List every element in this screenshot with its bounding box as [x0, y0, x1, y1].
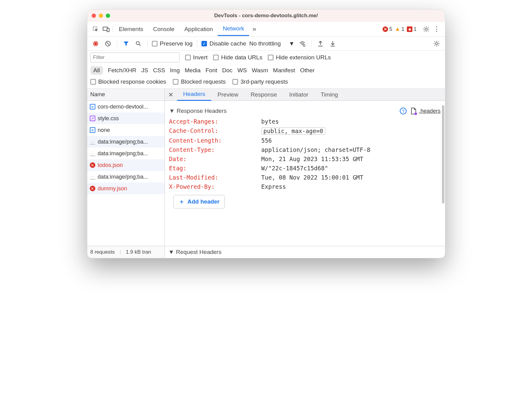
- request-row[interactable]: —data:image/png;ba...: [87, 136, 165, 148]
- invert-checkbox[interactable]: Invert: [185, 54, 208, 61]
- type-doc[interactable]: Doc: [222, 67, 232, 74]
- help-icon[interactable]: ?: [400, 108, 407, 114]
- divider: [197, 40, 197, 47]
- throttling-select[interactable]: No throttling▼: [249, 40, 295, 47]
- disable-cache-label: Disable cache: [209, 40, 246, 47]
- hide-extension-urls-checkbox[interactable]: Hide extension URLs: [268, 54, 331, 61]
- header-row: Last-Modified:Tue, 08 Nov 2022 15:00:01 …: [169, 173, 441, 182]
- type-font[interactable]: Font: [205, 67, 217, 74]
- divider: [117, 40, 117, 47]
- svg-line-4: [139, 44, 141, 46]
- header-name: Date:: [169, 156, 261, 162]
- header-value: W/"22c-18457c15d68": [261, 165, 328, 172]
- preserve-log-checkbox[interactable]: Preserve log: [152, 40, 193, 47]
- request-row[interactable]: ✕todos.json: [87, 159, 165, 171]
- type-css[interactable]: CSS: [153, 67, 165, 74]
- request-row[interactable]: —data:image/png;ba...: [87, 148, 165, 159]
- header-row: Accept-Ranges:bytes: [169, 117, 441, 126]
- request-headers-section[interactable]: ▼ Request Headers: [165, 246, 445, 258]
- disable-cache-checkbox[interactable]: ✓Disable cache: [201, 40, 246, 47]
- more-tabs-icon[interactable]: »: [249, 24, 260, 34]
- blocked-requests-checkbox[interactable]: Blocked requests: [173, 78, 226, 85]
- hide-data-urls-checkbox[interactable]: Hide data URLs: [213, 54, 262, 61]
- tab-response[interactable]: Response: [244, 89, 283, 101]
- hide-extension-urls-label: Hide extension URLs: [276, 54, 331, 61]
- close-detail-button[interactable]: ✕: [165, 91, 177, 98]
- tab-console[interactable]: Console: [148, 23, 180, 36]
- warning-count: 1: [402, 26, 404, 32]
- upload-har-icon[interactable]: [316, 39, 325, 48]
- tab-initiator[interactable]: Initiator: [283, 89, 314, 101]
- search-icon[interactable]: [134, 39, 143, 48]
- network-settings-icon[interactable]: [432, 39, 441, 48]
- third-party-checkbox[interactable]: 3rd-party requests: [232, 78, 288, 85]
- divider: [113, 26, 113, 33]
- filter-icon[interactable]: [121, 39, 131, 48]
- tab-preview[interactable]: Preview: [211, 89, 244, 101]
- network-conditions-icon[interactable]: [298, 39, 307, 48]
- request-name: data:image/png;ba...: [98, 150, 148, 157]
- divider: [147, 40, 148, 47]
- svg-rect-2: [107, 28, 109, 32]
- tab-application[interactable]: Application: [179, 23, 218, 36]
- image-icon: —: [90, 174, 95, 180]
- settings-icon[interactable]: [421, 24, 431, 34]
- type-js[interactable]: JS: [141, 67, 148, 74]
- kebab-menu-icon[interactable]: ⋮: [431, 24, 442, 34]
- add-header-button[interactable]: ＋Add header: [173, 195, 225, 208]
- request-list: ≡cors-demo-devtool...↗style.css≡none—dat…: [87, 101, 165, 246]
- download-har-icon[interactable]: [328, 39, 337, 48]
- header-name: Cache-Control:: [169, 127, 261, 135]
- tab-elements[interactable]: Elements: [114, 23, 148, 36]
- header-name: Etag:: [169, 165, 261, 172]
- inspect-icon[interactable]: [90, 24, 101, 34]
- scrollbar-thumb[interactable]: [442, 105, 444, 204]
- request-headers-title: Request Headers: [176, 249, 221, 255]
- type-all[interactable]: All: [90, 66, 103, 75]
- header-row: Content-Type:application/json; charset=U…: [169, 145, 441, 154]
- header-value[interactable]: public, max-age=0: [261, 127, 325, 135]
- request-row[interactable]: ≡none: [87, 124, 165, 136]
- type-img[interactable]: Img: [170, 67, 180, 74]
- window-title: DevTools - cors-demo-devtools.glitch.me/: [87, 13, 445, 19]
- record-button[interactable]: [91, 39, 100, 48]
- header-row: Date:Mon, 21 Aug 2023 11:53:35 GMT: [169, 154, 441, 164]
- tab-network[interactable]: Network: [218, 22, 249, 36]
- request-list-header[interactable]: Name: [87, 89, 165, 101]
- source-file-link[interactable]: .headers: [419, 108, 440, 114]
- request-row[interactable]: ↗style.css: [87, 113, 165, 124]
- type-fetch[interactable]: Fetch/XHR: [108, 67, 137, 74]
- resource-type-filters: All Fetch/XHR JS CSS Img Media Font Doc …: [87, 64, 445, 77]
- type-ws[interactable]: WS: [237, 67, 247, 74]
- source-file-icon[interactable]: [411, 108, 416, 114]
- request-row[interactable]: ✕dummy.json: [87, 183, 165, 194]
- request-list-pane: Name ≡cors-demo-devtool...↗style.css≡non…: [87, 89, 165, 258]
- error-icon: ✕: [90, 186, 95, 191]
- stylesheet-icon: ↗: [90, 116, 95, 121]
- chevron-down-icon: ▼: [289, 40, 295, 47]
- request-name: data:image/png;ba...: [98, 174, 148, 180]
- main-pane: Name ≡cors-demo-devtool...↗style.css≡non…: [87, 89, 445, 258]
- error-count-badge[interactable]: ✕5: [383, 26, 392, 32]
- filter-input[interactable]: [90, 53, 180, 62]
- clear-button[interactable]: [103, 39, 113, 48]
- error-icon: ✕: [90, 162, 95, 168]
- device-toggle-icon[interactable]: [101, 24, 111, 34]
- transfer-size: 1.9 kB tran: [126, 249, 151, 255]
- request-row[interactable]: ≡cors-demo-devtool...: [87, 101, 165, 113]
- type-wasm[interactable]: Wasm: [252, 67, 268, 74]
- third-party-label: 3rd-party requests: [240, 78, 288, 85]
- header-row: Cache-Control:public, max-age=0: [169, 126, 441, 136]
- tab-headers[interactable]: Headers: [177, 89, 212, 101]
- type-media[interactable]: Media: [185, 67, 201, 74]
- tab-timing[interactable]: Timing: [315, 89, 344, 101]
- request-row[interactable]: —data:image/png;ba...: [87, 171, 165, 183]
- request-name: style.css: [98, 115, 119, 122]
- type-manifest[interactable]: Manifest: [273, 67, 295, 74]
- warning-count-badge[interactable]: ▲1: [395, 26, 404, 32]
- response-headers-section[interactable]: ▼ Response Headers ? .headers: [169, 105, 441, 117]
- blocked-cookies-checkbox[interactable]: Blocked response cookies: [90, 78, 166, 85]
- issues-count-badge[interactable]: ◆1: [407, 26, 416, 32]
- type-other[interactable]: Other: [300, 67, 315, 74]
- request-detail-pane: ✕ Headers Preview Response Initiator Tim…: [165, 89, 445, 258]
